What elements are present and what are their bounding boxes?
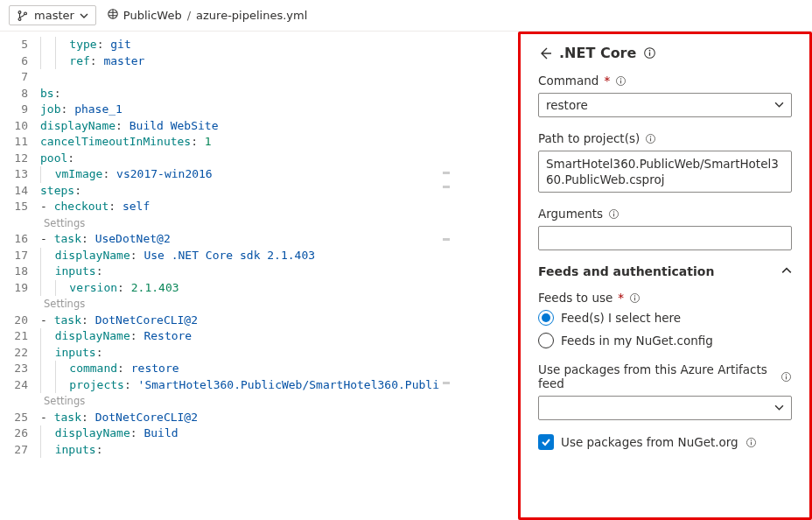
code-line[interactable]: - checkout: self — [40, 199, 439, 215]
editor-topbar: master PublicWeb / azure-pipelines.yml — [0, 0, 812, 32]
radio-feeds-nuget-config[interactable]: Feeds in my NuGet.config — [538, 333, 792, 348]
checkbox-label: Use packages from NuGet.org — [561, 435, 738, 449]
panel-title: .NET Core — [559, 45, 636, 61]
checkbox-icon — [538, 434, 554, 450]
arguments-input[interactable] — [538, 226, 792, 250]
svg-rect-18 — [634, 298, 635, 301]
branch-icon — [17, 10, 29, 22]
code-line[interactable]: steps: — [40, 183, 439, 200]
code-editor[interactable]: 5678910111213141516171819202122232425262… — [0, 32, 518, 520]
svg-rect-9 — [620, 80, 621, 83]
svg-point-0 — [18, 11, 21, 13]
branch-name: master — [34, 9, 74, 22]
svg-point-11 — [650, 136, 651, 137]
code-line[interactable]: inputs: — [40, 345, 439, 362]
breadcrumb-repo[interactable]: PublicWeb — [107, 8, 182, 23]
info-icon[interactable] — [608, 208, 620, 220]
panel-header: .NET Core — [538, 45, 792, 61]
path-value: SmartHotel360.PublicWeb/SmartHotel360.Pu… — [546, 156, 784, 187]
section-title: Feeds and authentication — [538, 264, 714, 278]
breadcrumb-file[interactable]: azure-pipelines.yml — [196, 9, 307, 22]
code-line[interactable]: projects: 'SmartHotel360.PublicWeb/Smart… — [40, 377, 439, 394]
code-line[interactable]: displayName: Use .NET Core sdk 2.1.403 — [40, 248, 439, 264]
code-line[interactable]: type: git — [40, 37, 439, 53]
svg-point-2 — [24, 11, 27, 14]
code-line[interactable]: vmImage: vs2017-win2016 — [40, 166, 439, 183]
artifacts-select[interactable] — [538, 396, 792, 420]
radio-feeds-select-here[interactable]: Feed(s) I select here — [538, 310, 792, 326]
field-feeds: Feeds to use * Feed(s) I select here Fee… — [538, 291, 792, 348]
svg-point-23 — [750, 439, 751, 440]
arguments-label: Arguments — [538, 207, 603, 221]
command-value: restore — [546, 98, 588, 112]
chevron-down-icon — [774, 98, 784, 112]
branch-picker[interactable]: master — [9, 5, 96, 25]
repo-icon — [107, 8, 119, 23]
back-button[interactable] — [538, 46, 552, 60]
code-line[interactable]: pool: — [40, 151, 439, 167]
command-label: Command — [538, 74, 598, 88]
code-line[interactable]: displayName: Restore — [40, 328, 439, 345]
svg-point-8 — [620, 78, 621, 79]
code-line[interactable]: version: 2.1.403 — [40, 280, 439, 297]
artifacts-label: Use packages from this Azure Artifacts f… — [538, 362, 775, 390]
svg-point-17 — [634, 295, 635, 296]
section-feeds-auth[interactable]: Feeds and authentication — [538, 264, 792, 278]
code-line[interactable]: - task: DotNetCoreCLI@2 — [40, 410, 439, 426]
code-line[interactable]: displayName: Build WebSite — [40, 118, 439, 135]
code-line[interactable]: - task: UseDotNet@2 — [40, 231, 439, 248]
code-lens-settings[interactable]: Settings — [40, 296, 439, 313]
breadcrumb: PublicWeb / azure-pipelines.yml — [107, 8, 307, 23]
code-lens-settings[interactable]: Settings — [40, 215, 439, 232]
info-icon[interactable] — [643, 46, 656, 60]
task-settings-panel: .NET Core Command * restore Pa — [518, 32, 812, 520]
radio-label: Feed(s) I select here — [561, 311, 681, 325]
svg-rect-6 — [649, 53, 650, 56]
radio-label: Feeds in my NuGet.config — [561, 334, 713, 348]
breadcrumb-repo-label: PublicWeb — [123, 9, 182, 22]
code-line[interactable]: ref: master — [40, 53, 439, 70]
code-line[interactable]: displayName: Build — [40, 425, 439, 442]
code-line[interactable]: - task: DotNetCoreCLI@2 — [40, 313, 439, 329]
info-icon[interactable] — [645, 133, 656, 144]
chevron-down-icon — [80, 11, 88, 20]
field-command: Command * restore — [538, 74, 792, 117]
svg-rect-21 — [786, 376, 787, 380]
required-marker: * — [618, 291, 624, 305]
code-line[interactable]: bs: — [40, 86, 439, 102]
command-select[interactable]: restore — [538, 93, 792, 117]
code-line[interactable]: job: phase_1 — [40, 102, 439, 118]
radio-icon — [538, 333, 554, 348]
info-icon[interactable] — [780, 371, 792, 383]
svg-rect-24 — [751, 442, 752, 446]
svg-point-5 — [649, 50, 651, 52]
required-marker: * — [604, 74, 610, 88]
code-content[interactable]: type: git ref: masterbs:job: phase_1disp… — [40, 32, 439, 520]
svg-point-20 — [786, 374, 787, 375]
code-line[interactable]: cancelTimeoutInMinutes: 1 — [40, 134, 439, 151]
path-label: Path to project(s) — [538, 131, 640, 145]
field-arguments: Arguments — [538, 207, 792, 250]
feeds-label: Feeds to use — [538, 291, 612, 305]
info-icon[interactable] — [629, 292, 640, 304]
checkbox-nuget-org[interactable]: Use packages from NuGet.org — [538, 434, 792, 450]
field-path: Path to project(s) SmartHotel360.PublicW… — [538, 131, 792, 193]
code-lens-settings[interactable]: Settings — [40, 393, 439, 410]
svg-point-14 — [613, 211, 614, 212]
svg-rect-12 — [650, 137, 651, 141]
path-input[interactable]: SmartHotel360.PublicWeb/SmartHotel360.Pu… — [538, 151, 792, 193]
editor-minimap[interactable] — [439, 32, 452, 520]
code-line[interactable] — [40, 69, 439, 86]
svg-rect-15 — [613, 214, 614, 217]
chevron-down-icon — [774, 401, 784, 415]
chevron-up-icon — [781, 264, 792, 278]
breadcrumb-separator: / — [187, 9, 191, 22]
code-line[interactable]: inputs: — [40, 264, 439, 280]
code-line[interactable]: command: restore — [40, 361, 439, 377]
line-number-gutter: 5678910111213141516171819202122232425262… — [0, 32, 40, 520]
svg-point-1 — [18, 18, 21, 20]
info-icon[interactable] — [746, 437, 757, 448]
info-icon[interactable] — [615, 75, 626, 87]
code-line[interactable]: inputs: — [40, 442, 439, 459]
radio-icon — [538, 310, 554, 326]
